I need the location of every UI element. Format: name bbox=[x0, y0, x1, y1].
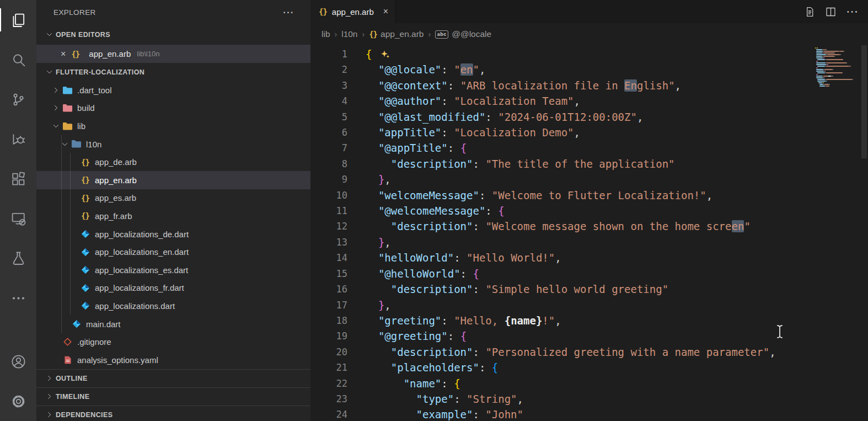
tree-item-label: app_fr.arb bbox=[95, 211, 132, 221]
minimap[interactable] bbox=[815, 47, 860, 87]
tree-item-app_localizations_es.dart[interactable]: app_localizations_es.dart bbox=[36, 261, 310, 279]
dart-file-icon bbox=[79, 284, 91, 292]
code-line: "@appTitle": { bbox=[366, 140, 814, 156]
close-icon[interactable]: × bbox=[61, 50, 66, 58]
tab-app-en-arb[interactable]: {} app_en.arb × bbox=[310, 0, 396, 23]
code-line: "@@context": "ARB localization file in E… bbox=[366, 78, 814, 93]
tree-item-analysis_options.yaml[interactable]: analysis_options.yaml bbox=[36, 351, 310, 369]
git-file-icon bbox=[62, 338, 73, 346]
folder-icon bbox=[71, 140, 82, 148]
account-icon bbox=[10, 354, 26, 370]
line-number: 2 bbox=[310, 62, 347, 77]
tree-item-app_en.arb[interactable]: {} app_en.arb bbox=[36, 171, 310, 189]
chevron-right-icon bbox=[50, 104, 62, 112]
chevron-right-icon bbox=[44, 392, 54, 401]
tree-item-app_fr.arb[interactable]: {} app_fr.arb bbox=[36, 207, 310, 225]
folder-icon bbox=[62, 104, 73, 113]
activity-source-control-button[interactable] bbox=[0, 79, 36, 119]
activity-run-debug-button[interactable] bbox=[0, 119, 36, 159]
activity-accounts-button[interactable] bbox=[0, 342, 36, 381]
line-number: 22 bbox=[310, 376, 347, 391]
activity-more-views-button[interactable] bbox=[0, 278, 36, 318]
scrollbar-thumb[interactable] bbox=[861, 45, 867, 158]
activity-extensions-button[interactable] bbox=[0, 159, 36, 199]
tree-item-app_localizations_de.dart[interactable]: app_localizations_de.dart bbox=[36, 225, 310, 243]
activity-remote-explorer-button[interactable] bbox=[0, 199, 36, 238]
tree-item-app_localizations_en.dart[interactable]: app_localizations_en.dart bbox=[36, 243, 310, 261]
code-line: "appTitle": "Localization Demo", bbox=[366, 125, 814, 140]
sidebar-title-bar: EXPLORER ⋯ bbox=[36, 0, 310, 24]
split-editor-icon[interactable] bbox=[825, 6, 837, 18]
activity-testing-button[interactable] bbox=[0, 238, 36, 278]
line-number: 8 bbox=[310, 156, 347, 172]
tree-item-app_es.arb[interactable]: {} app_es.arb bbox=[36, 189, 310, 207]
folder-icon bbox=[62, 122, 73, 131]
open-editor-item[interactable]: × {} app_en.arb lib\l10n bbox=[36, 45, 310, 63]
line-number: 14 bbox=[310, 250, 347, 265]
line-number: 11 bbox=[310, 203, 347, 219]
dart-file-icon bbox=[71, 319, 82, 328]
code-area[interactable]: 123456789101112131415161718192021222324 … bbox=[310, 45, 868, 421]
workspace-header[interactable]: FLUTTER-LOCALIZATION bbox=[36, 63, 310, 81]
folder-icon bbox=[62, 86, 73, 95]
code-line: "type": "String", bbox=[366, 391, 814, 407]
breadcrumb-item-app_en.arb[interactable]: {}app_en.arb bbox=[369, 29, 424, 39]
code-line: { bbox=[366, 46, 814, 62]
tree-item-.dart_tool[interactable]: .dart_tool bbox=[36, 81, 310, 99]
open-editors-list: × {} app_en.arb lib\l10n bbox=[36, 45, 310, 63]
tree-item-lib[interactable]: lib bbox=[36, 117, 310, 135]
dart-file-icon bbox=[79, 265, 91, 274]
section-timeline[interactable]: TIMELINE bbox=[36, 387, 310, 406]
tree-item-label: app_localizations_en.dart bbox=[95, 247, 189, 257]
breadcrumb-item-@@locale[interactable]: abc@@locale bbox=[435, 29, 491, 39]
tree-item-app_de.arb[interactable]: {} app_de.arb bbox=[36, 153, 310, 171]
search-icon bbox=[10, 52, 26, 68]
line-number: 23 bbox=[310, 391, 347, 407]
arb-file-icon: {} bbox=[79, 211, 91, 220]
tree-item-label: .dart_tool bbox=[77, 86, 112, 95]
tree-item-label: app_localizations_es.dart bbox=[95, 265, 188, 275]
section-dependencies[interactable]: DEPENDENCIES bbox=[36, 406, 310, 421]
tree-item-build[interactable]: build bbox=[36, 99, 310, 118]
line-number: 6 bbox=[310, 125, 347, 140]
breadcrumb-item-lib[interactable]: lib bbox=[322, 29, 330, 39]
code-line: }, bbox=[366, 235, 814, 250]
line-number: 12 bbox=[310, 219, 347, 234]
beaker-icon bbox=[10, 251, 26, 267]
tree-item-main.dart[interactable]: main.dart bbox=[36, 315, 310, 333]
arb-file-icon: {} bbox=[69, 50, 81, 58]
activity-settings-button[interactable] bbox=[0, 381, 36, 421]
tree-item-label: app_en.arb bbox=[95, 175, 137, 185]
open-editors-header[interactable]: OPEN EDITORS bbox=[36, 24, 310, 45]
abc-icon: abc bbox=[435, 30, 448, 39]
tree-item-.gitignore[interactable]: .gitignore bbox=[36, 333, 310, 351]
more-actions-icon[interactable]: ⋯ bbox=[846, 6, 858, 18]
remote-icon bbox=[10, 211, 26, 227]
arb-file-icon: {} bbox=[79, 194, 91, 202]
breadcrumb-separator: › bbox=[362, 30, 365, 39]
sidebar-more-actions-icon[interactable]: ⋯ bbox=[283, 7, 294, 18]
line-number: 1 bbox=[310, 46, 347, 62]
extensions-icon bbox=[10, 171, 26, 187]
code-line: "placeholders": { bbox=[366, 360, 814, 375]
section-outline[interactable]: OUTLINE bbox=[36, 369, 310, 387]
line-number: 7 bbox=[310, 140, 347, 156]
dart-file-icon bbox=[79, 230, 91, 238]
code-line: "description": "The title of the applica… bbox=[366, 156, 814, 172]
activity-explorer-button[interactable] bbox=[0, 0, 36, 40]
workspace-label: FLUTTER-LOCALIZATION bbox=[56, 68, 144, 76]
code-line: "@helloWorld": { bbox=[366, 266, 814, 281]
tab-close-icon[interactable]: × bbox=[383, 7, 388, 16]
tree-item-l10n[interactable]: l10n bbox=[36, 135, 310, 153]
breadcrumb-item-l10n[interactable]: l10n bbox=[341, 29, 357, 39]
code-line: "@@last_modified": "2024-06-01T12:00:00Z… bbox=[366, 109, 814, 125]
tab-bar: {} app_en.arb × ⋯ bbox=[310, 0, 868, 23]
dart-file-icon bbox=[79, 248, 91, 257]
yaml-file-icon bbox=[62, 356, 73, 364]
scrollbar[interactable] bbox=[860, 45, 868, 421]
open-changes-icon[interactable] bbox=[804, 6, 816, 18]
activity-search-button[interactable] bbox=[0, 40, 36, 79]
sidebar-bottom-sections: OUTLINE TIMELINE DEPENDENCIES bbox=[36, 369, 310, 421]
tree-item-app_localizations_fr.dart[interactable]: app_localizations_fr.dart bbox=[36, 279, 310, 297]
tree-item-app_localizations.dart[interactable]: app_localizations.dart bbox=[36, 297, 310, 315]
